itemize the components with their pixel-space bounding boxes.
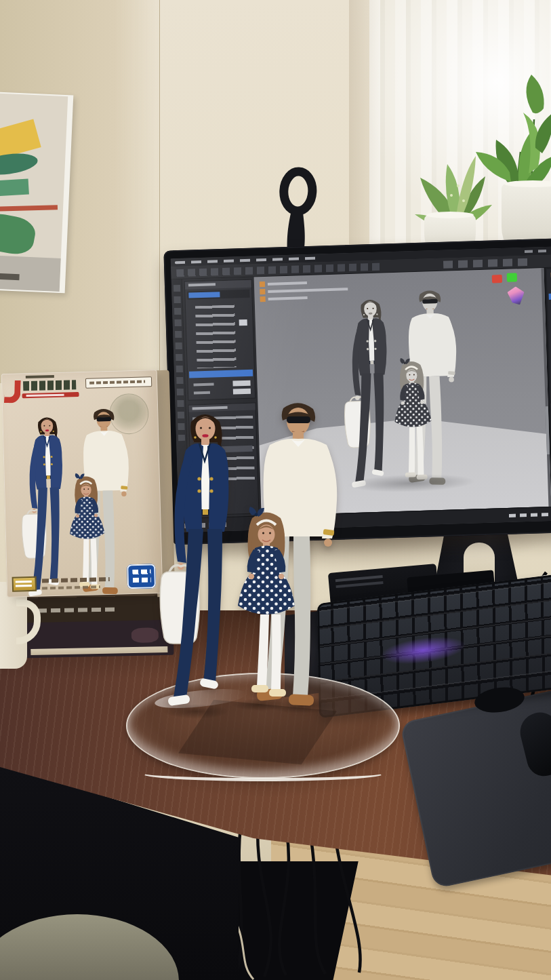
pink-crystal-logo-icon: [507, 286, 525, 305]
field-value-box-2: [233, 389, 251, 395]
properties-panel-header: [185, 280, 251, 290]
box-logo-red-glyph-icon: [4, 380, 21, 404]
poster-art: [0, 94, 68, 292]
properties-panel: [184, 279, 256, 401]
red-swatch-icon: [492, 275, 502, 283]
wall-corner-shade: [349, 0, 380, 261]
properties-rows: [195, 305, 237, 368]
properties-selected-row: [189, 370, 253, 378]
box-logo-title-bar: [23, 380, 76, 391]
poster-green-stroke-2: [0, 178, 29, 197]
properties-checkbox: [239, 319, 247, 326]
poster-green-stroke: [0, 151, 39, 178]
potted-plant-right: [466, 71, 551, 197]
figure-box-package: [1, 370, 163, 597]
poster-red-line: [0, 205, 58, 212]
properties-panel-tabs: [187, 290, 249, 300]
family-figurines: [150, 399, 367, 718]
green-swatch-icon: [507, 273, 517, 281]
field-label: [194, 383, 214, 386]
poster-green-blob: [0, 210, 38, 257]
outliner-selected-row: [549, 293, 551, 300]
wall-poster: [0, 92, 73, 294]
box-top-banner: [85, 376, 152, 389]
photo-root: [0, 0, 551, 980]
field-value-box: [232, 380, 250, 387]
box-logo-small-text-bar: [26, 375, 54, 378]
field-label-2: [194, 391, 210, 395]
box-info-badge: [12, 576, 37, 592]
poster-caption-bar: [0, 273, 19, 280]
box-logo-red-banner: [22, 392, 79, 398]
